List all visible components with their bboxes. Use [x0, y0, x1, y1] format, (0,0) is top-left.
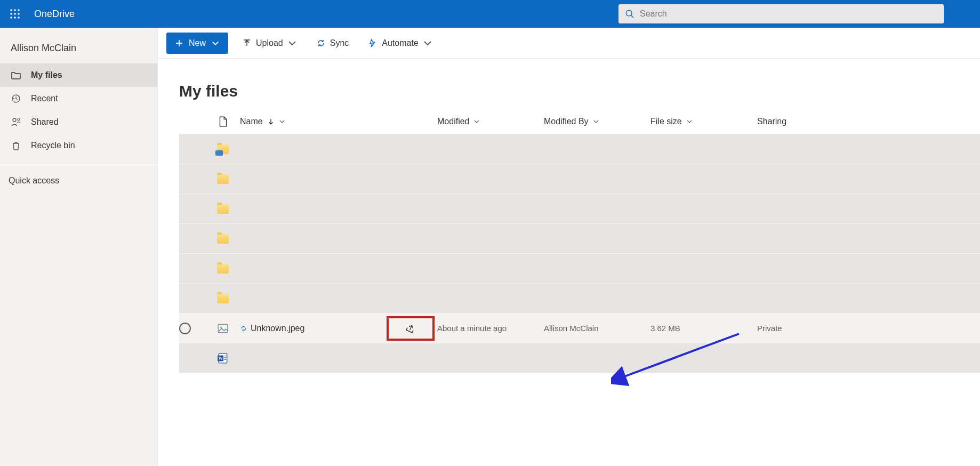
- upload-button[interactable]: Upload: [237, 34, 302, 52]
- chevron-down-icon: [593, 118, 599, 125]
- folder-icon: [217, 174, 229, 184]
- sync-icon: [316, 38, 326, 48]
- table-row[interactable]: [179, 254, 980, 284]
- column-modified-label: Modified: [437, 117, 469, 126]
- nav-item-recycle[interactable]: Recycle bin: [0, 134, 157, 157]
- column-modified[interactable]: Modified: [437, 117, 544, 126]
- search-input[interactable]: [640, 9, 937, 19]
- cell-sharing: Private: [757, 324, 782, 333]
- chevron-down-icon: [473, 118, 480, 125]
- quick-access-heading: Quick access: [0, 171, 157, 191]
- new-button-label: New: [189, 38, 206, 48]
- sidebar: Allison McClain My files Recent Shared R…: [0, 28, 158, 466]
- nav-item-shared[interactable]: Shared: [0, 110, 157, 134]
- column-file-size-label: File size: [650, 117, 682, 126]
- table-row[interactable]: [179, 224, 980, 254]
- column-modified-by[interactable]: Modified By: [544, 117, 650, 126]
- automate-button[interactable]: Automate: [363, 34, 437, 52]
- share-button[interactable]: [387, 316, 435, 341]
- main-content: New Upload Sync Automate My files: [158, 28, 980, 466]
- column-file-size[interactable]: File size: [650, 117, 757, 126]
- chevron-down-icon: [211, 39, 220, 47]
- chevron-down-icon: [279, 118, 285, 125]
- column-sharing[interactable]: Sharing: [757, 117, 821, 126]
- svg-point-2: [18, 9, 20, 11]
- svg-point-12: [18, 118, 20, 120]
- folder-icon: [217, 234, 229, 244]
- sync-button[interactable]: Sync: [311, 34, 355, 52]
- sidebar-separator: [0, 164, 157, 164]
- app-title[interactable]: OneDrive: [34, 9, 75, 20]
- nav-item-my-files[interactable]: My files: [0, 63, 157, 87]
- chevron-down-icon: [423, 38, 432, 48]
- sync-label: Sync: [330, 38, 349, 48]
- cell-modified: About a minute ago: [437, 324, 507, 333]
- folder-icon: [217, 264, 229, 274]
- svg-point-0: [10, 9, 12, 11]
- table-row[interactable]: [179, 134, 980, 164]
- upload-icon: [242, 38, 252, 48]
- column-name[interactable]: Name: [240, 117, 437, 126]
- table-header: Name Modified Modified By File size: [179, 109, 980, 134]
- app-launcher[interactable]: [4, 3, 26, 25]
- svg-point-6: [10, 17, 12, 19]
- chevron-down-icon: [287, 38, 297, 48]
- shared-folder-icon: [217, 144, 229, 154]
- word-doc-icon: W: [217, 352, 229, 364]
- column-modified-by-label: Modified By: [544, 117, 589, 126]
- svg-text:W: W: [219, 356, 223, 361]
- nav-label: Recycle bin: [31, 141, 75, 150]
- person-share-icon: [11, 117, 21, 127]
- recycle-bin-icon: [11, 140, 21, 151]
- file-icon: [217, 116, 229, 127]
- new-button[interactable]: New: [166, 33, 228, 54]
- image-icon: [217, 323, 229, 334]
- svg-point-8: [18, 17, 20, 19]
- upload-label: Upload: [256, 38, 283, 48]
- sort-down-icon: [267, 118, 275, 125]
- folder-outline-icon: [11, 70, 21, 81]
- table-row[interactable]: [179, 284, 980, 314]
- automate-icon: [368, 38, 377, 48]
- svg-point-1: [14, 9, 16, 11]
- svg-point-9: [626, 10, 632, 16]
- search-box[interactable]: [618, 4, 944, 23]
- share-icon: [405, 323, 416, 334]
- folder-icon: [217, 204, 229, 214]
- page-title: My files: [158, 59, 980, 109]
- svg-point-4: [14, 13, 16, 15]
- svg-point-5: [18, 13, 20, 15]
- table-row[interactable]: W: [179, 343, 980, 373]
- syncing-icon: [240, 325, 247, 332]
- svg-point-7: [14, 17, 16, 19]
- chevron-down-icon: [686, 118, 693, 125]
- svg-point-11: [13, 118, 16, 122]
- table-row[interactable]: Unknown.jpegAbout a minute agoAllison Mc…: [179, 314, 980, 343]
- folder-icon: [217, 294, 229, 303]
- history-icon: [11, 93, 21, 104]
- svg-point-14: [220, 326, 222, 328]
- file-name: Unknown.jpeg: [251, 324, 304, 333]
- automate-label: Automate: [382, 38, 418, 48]
- column-sharing-label: Sharing: [757, 117, 786, 126]
- table-row[interactable]: [179, 164, 980, 194]
- cell-modified-by: Allison McClain: [544, 324, 599, 333]
- svg-rect-13: [218, 324, 228, 332]
- row-select-radio[interactable]: [179, 323, 191, 334]
- search-icon: [625, 9, 634, 19]
- column-name-label: Name: [240, 117, 263, 126]
- nav-item-recent[interactable]: Recent: [0, 87, 157, 110]
- waffle-icon: [10, 9, 20, 19]
- toolbar: New Upload Sync Automate: [158, 28, 980, 59]
- svg-point-3: [10, 13, 12, 15]
- user-display-name: Allison McClain: [0, 28, 157, 63]
- cell-size: 3.62 MB: [650, 324, 680, 333]
- nav-label: My files: [31, 70, 62, 80]
- table-row[interactable]: [179, 194, 980, 224]
- nav-label: Shared: [31, 117, 59, 127]
- file-table: Name Modified Modified By File size: [158, 109, 980, 373]
- nav-label: Recent: [31, 94, 58, 103]
- svg-line-10: [631, 15, 634, 18]
- plus-icon: [175, 39, 183, 47]
- column-type-icon[interactable]: [206, 116, 240, 127]
